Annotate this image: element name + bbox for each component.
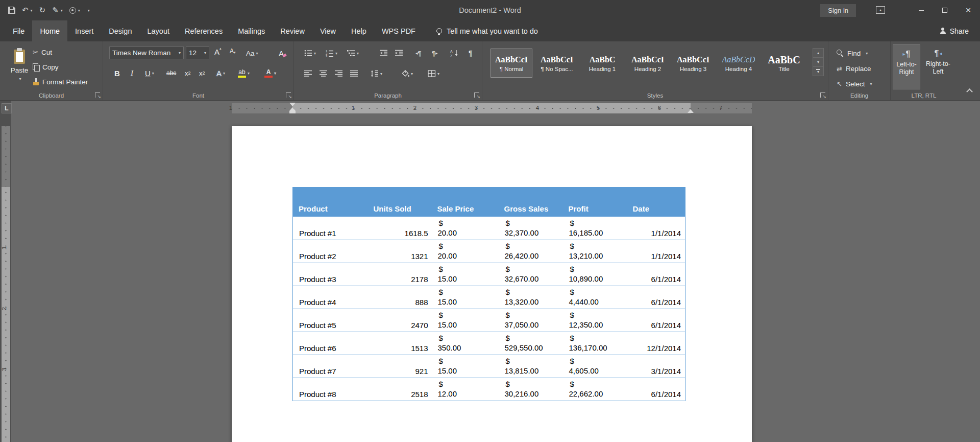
line-spacing-button[interactable]: ▾ [371, 68, 382, 79]
tab-home[interactable]: Home [32, 20, 67, 41]
cell-profit[interactable]: $13,210.00 [563, 240, 627, 263]
header-product[interactable]: Product [293, 187, 368, 217]
left-indent-marker[interactable] [289, 111, 296, 113]
right-to-left-button[interactable]: ¶ ◂ Right-to-Left [924, 44, 952, 89]
styles-more-button[interactable]: ▾ [813, 66, 824, 76]
cell-gross-sales[interactable]: $32,670.00 [499, 263, 563, 286]
redo-button[interactable]: ↻ [39, 6, 46, 15]
table-row[interactable]: Product #3 2178 $15.00 $32,670.00 $10,89… [293, 263, 685, 286]
style-heading-4[interactable]: AaBbCcD Heading 4 [718, 49, 760, 78]
cell-profit[interactable]: $4,440.00 [563, 286, 627, 309]
cell-date[interactable]: 6/1/2014 [627, 309, 685, 332]
touch-caret-icon[interactable]: ▾ [78, 8, 80, 13]
ribbon-display-options-icon[interactable]: ▴ [876, 6, 885, 14]
style-no-spacing[interactable]: AaBbCcI ¶ No Spac... [536, 49, 578, 78]
share-button[interactable]: Share [940, 20, 969, 41]
cell-units[interactable]: 1321 [368, 240, 432, 263]
cell-units[interactable]: 1513 [368, 332, 432, 355]
cell-units[interactable]: 2470 [368, 309, 432, 332]
cell-product[interactable]: Product #4 [293, 286, 368, 309]
cell-date[interactable]: 6/1/2014 [627, 263, 685, 286]
style-normal[interactable]: AaBbCcI ¶ Normal [491, 49, 532, 78]
highlight-color-button[interactable]: ab ▾ [238, 67, 250, 79]
copy-button[interactable]: Copy [33, 61, 59, 73]
strikethrough-button[interactable]: abc [166, 67, 176, 79]
cell-units[interactable]: 2178 [368, 263, 432, 286]
paste-button[interactable]: Paste ▾ [5, 45, 34, 92]
decrease-indent-button[interactable] [380, 48, 388, 59]
cell-units[interactable]: 1618.5 [368, 217, 432, 240]
clipboard-dialog-launcher[interactable] [95, 92, 100, 98]
replace-button[interactable]: ⇄ Replace [837, 63, 871, 74]
font-size-combobox[interactable]: 12 ▾ [186, 46, 209, 59]
tab-help[interactable]: Help [344, 20, 374, 41]
style-heading-3[interactable]: AaBbCcI Heading 3 [672, 49, 714, 78]
tab-layout[interactable]: Layout [139, 20, 177, 41]
touch-mode-icon[interactable] [69, 7, 76, 14]
cut-button[interactable]: ✂ Cut [33, 46, 52, 58]
select-button[interactable]: ↖ Select ▾ [837, 78, 872, 89]
tab-stop-selector[interactable]: L [2, 103, 12, 113]
cell-product[interactable]: Product #7 [293, 355, 368, 378]
cell-date[interactable]: 1/1/2014 [627, 240, 685, 263]
superscript-button[interactable]: x2 [199, 67, 205, 79]
cell-date[interactable]: 3/1/2014 [627, 355, 685, 378]
table-row[interactable]: Product #7 921 $15.00 $13,815.00 $4,605.… [293, 355, 685, 378]
cell-date[interactable]: 1/1/2014 [627, 217, 685, 240]
change-case-button[interactable]: Aa ▾ [246, 48, 258, 59]
minimize-button[interactable] [910, 0, 933, 20]
font-color-button[interactable]: A ▾ [264, 67, 276, 79]
undo-button[interactable]: ↶ [22, 6, 29, 15]
cell-gross-sales[interactable]: $30,216.00 [499, 378, 563, 401]
borders-button[interactable]: ▾ [428, 68, 439, 79]
style-heading-2[interactable]: AaBbCcI Heading 2 [627, 49, 669, 78]
cell-gross-sales[interactable]: $13,320.00 [499, 286, 563, 309]
align-left-button[interactable] [304, 68, 312, 79]
draw-caret-icon[interactable]: ▾ [61, 8, 63, 13]
cell-sale-price[interactable]: $12.00 [432, 378, 499, 401]
cell-sale-price[interactable]: $20.00 [432, 240, 499, 263]
hanging-indent-marker[interactable] [289, 107, 296, 111]
format-painter-button[interactable]: Format Painter [33, 76, 88, 87]
align-right-button[interactable] [335, 68, 343, 79]
italic-button[interactable]: I [131, 67, 133, 79]
header-gross-sales[interactable]: Gross Sales [499, 187, 563, 217]
rtl-text-direction-button[interactable]: ¶ ▸ [432, 48, 438, 59]
font-family-combobox[interactable]: Times New Roman ▾ [109, 46, 184, 59]
styles-scroll-up-button[interactable]: ▴ [813, 48, 824, 58]
sign-in-button[interactable]: Sign in [820, 4, 856, 17]
sales-table[interactable]: Product Units Sold Sale Price Gross Sale… [292, 187, 685, 401]
undo-caret-icon[interactable]: ▾ [31, 8, 33, 13]
paragraph-dialog-launcher[interactable] [474, 92, 479, 98]
tell-me-box[interactable]: Tell me what you want to do [436, 20, 538, 41]
cell-profit[interactable]: $4,605.00 [563, 355, 627, 378]
vertical-ruler[interactable]: 1 2 3 [2, 126, 10, 442]
cell-product[interactable]: Product #5 [293, 309, 368, 332]
left-to-right-button[interactable]: ▸ ¶ Left-to-Right [893, 44, 920, 89]
styles-scroll-down-button[interactable]: ▾ [813, 57, 824, 67]
cell-product[interactable]: Product #2 [293, 240, 368, 263]
tab-insert[interactable]: Insert [67, 20, 101, 41]
cell-gross-sales[interactable]: $37,050.00 [499, 309, 563, 332]
table-header-row[interactable]: Product Units Sold Sale Price Gross Sale… [293, 187, 685, 217]
justify-button[interactable] [350, 68, 358, 79]
right-indent-marker[interactable] [688, 109, 694, 113]
cell-product[interactable]: Product #1 [293, 217, 368, 240]
style-title[interactable]: AaBbC Title [763, 49, 805, 78]
cell-product[interactable]: Product #3 [293, 263, 368, 286]
cell-date[interactable]: 6/1/2014 [627, 286, 685, 309]
bold-button[interactable]: B [114, 67, 120, 79]
tab-mailings[interactable]: Mailings [230, 20, 273, 41]
styles-dialog-launcher[interactable] [820, 92, 825, 98]
cell-sale-price[interactable]: $350.00 [432, 332, 499, 355]
save-icon[interactable] [8, 7, 15, 14]
tab-design[interactable]: Design [101, 20, 139, 41]
find-button[interactable]: Find ▾ [837, 48, 868, 59]
header-profit[interactable]: Profit [563, 187, 627, 217]
cell-sale-price[interactable]: $20.00 [432, 217, 499, 240]
first-line-indent-marker[interactable] [289, 103, 296, 106]
collapse-ribbon-chevron-icon[interactable] [966, 88, 973, 95]
header-units-sold[interactable]: Units Sold [368, 187, 432, 217]
show-paragraph-marks-button[interactable]: ¶ [469, 48, 473, 59]
cell-product[interactable]: Product #6 [293, 332, 368, 355]
